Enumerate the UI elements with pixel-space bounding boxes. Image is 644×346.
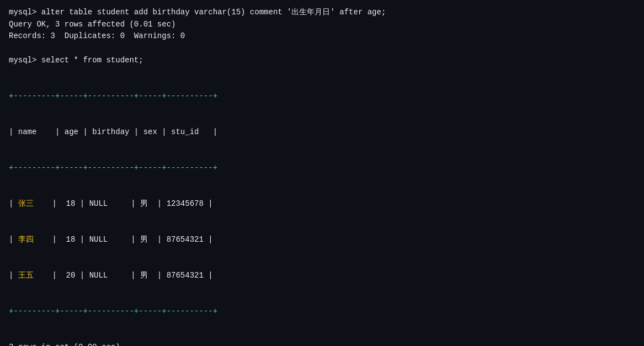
prompt-2: mysql>	[9, 56, 41, 65]
select-row-1: | 张三 | 18 | NULL | 男 | 12345678 |	[9, 198, 635, 210]
query-ok: Query OK, 3 rows affected (0.01 sec)	[9, 19, 635, 31]
command-line-1: mysql> alter table student add birthday …	[9, 7, 635, 19]
cmd-select: select * from student;	[41, 56, 143, 65]
terminal: mysql> alter table student add birthday …	[9, 7, 635, 346]
select-header: | name | age | birthday | sex | stu_id |	[9, 126, 635, 139]
prompt-1: mysql>	[9, 8, 41, 17]
select-divider-bottom: +---------+-----+----------+-----+------…	[9, 306, 635, 318]
command-line-2: mysql> select * from student;	[9, 55, 635, 67]
empty-line-1	[9, 42, 635, 55]
name-3: 王五	[18, 271, 34, 280]
select-divider-top: +---------+-----+----------+-----+------…	[9, 91, 635, 103]
records-info: Records: 3 Duplicates: 0 Warnings: 0	[9, 30, 635, 42]
select-row-3: | 王五 | 20 | NULL | 男 | 87654321 |	[9, 270, 635, 282]
name-1: 张三	[18, 199, 34, 208]
select-result: 3 rows in set (0.00 sec)	[9, 342, 635, 346]
select-row-2: | 李四 | 18 | NULL | 男 | 87654321 |	[9, 234, 635, 246]
name-2: 李四	[18, 235, 34, 244]
select-table: +---------+-----+----------+-----+------…	[9, 66, 635, 342]
select-divider-mid: +---------+-----+----------+-----+------…	[9, 162, 635, 174]
cmd-alter: alter table student add birthday varchar…	[41, 8, 386, 17]
